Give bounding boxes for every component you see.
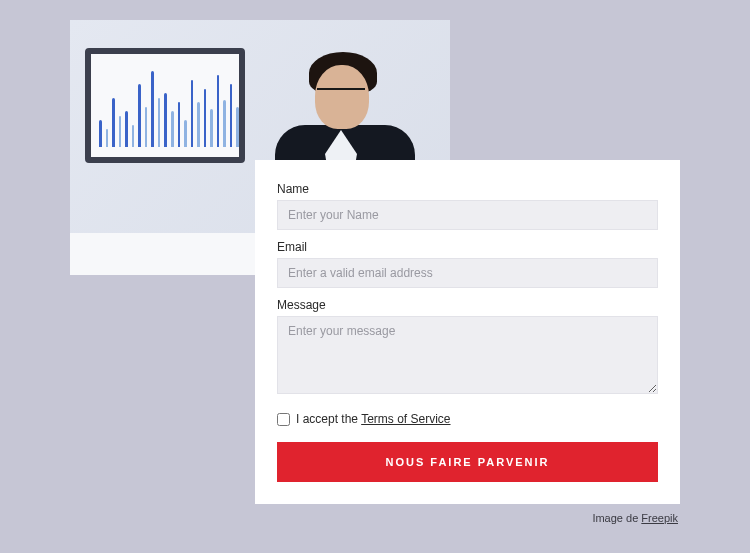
terms-text: I accept the Terms of Service	[296, 412, 451, 426]
credit-prefix: Image de	[592, 512, 641, 524]
terms-row: I accept the Terms of Service	[277, 412, 658, 426]
email-input[interactable]	[277, 258, 658, 288]
image-credit: Image de Freepik	[592, 512, 678, 524]
terms-prefix: I accept the	[296, 412, 361, 426]
credit-link[interactable]: Freepik	[641, 512, 678, 524]
message-textarea[interactable]	[277, 316, 658, 394]
contact-form-card: Name Email Message I accept the Terms of…	[255, 160, 680, 504]
monitor	[85, 48, 245, 163]
submit-button[interactable]: NOUS FAIRE PARVENIR	[277, 442, 658, 482]
terms-checkbox[interactable]	[277, 413, 290, 426]
name-label: Name	[277, 182, 658, 196]
terms-link[interactable]: Terms of Service	[361, 412, 450, 426]
bar-chart	[99, 57, 239, 147]
message-label: Message	[277, 298, 658, 312]
email-label: Email	[277, 240, 658, 254]
name-input[interactable]	[277, 200, 658, 230]
